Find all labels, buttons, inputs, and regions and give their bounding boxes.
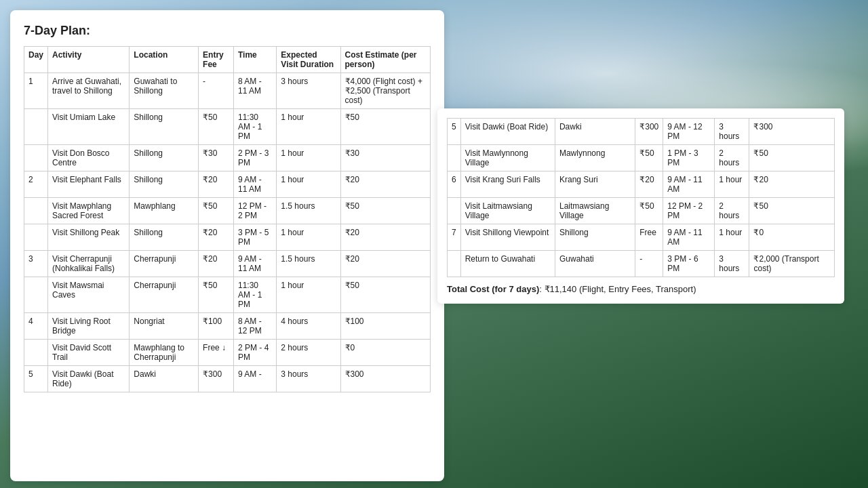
cell-duration: 3 hours: [277, 73, 340, 109]
cell-day: [24, 109, 48, 145]
total-cost-label: Total Cost (for 7 days): [447, 284, 539, 294]
cell-duration: 1 hour: [277, 171, 340, 198]
cell-cost: ₹2,000 (Transport cost): [749, 251, 835, 277]
cell-cost: ₹0: [749, 224, 835, 251]
cell-cost: ₹300: [340, 366, 431, 392]
cell-day: [448, 251, 461, 277]
cell-day: 2: [24, 171, 48, 198]
cell-duration: 1 hour: [277, 224, 340, 251]
col-duration: Expected Visit Duration: [277, 47, 340, 73]
cell-fee: ₹100: [199, 313, 234, 340]
cell-fee: ₹300: [635, 119, 663, 145]
cell-time: 9 AM - 11 AM: [663, 224, 715, 251]
cell-location: Shillong: [130, 109, 199, 145]
cell-fee: ₹20: [199, 251, 234, 277]
col-fee: Entry Fee: [199, 47, 234, 73]
total-cost-value: ₹11,140 (Flight, Entry Fees, Transport): [545, 284, 696, 294]
cell-fee: ₹50: [199, 109, 234, 145]
table-row: 7Visit Shillong ViewpointShillongFree9 A…: [448, 224, 835, 251]
cell-location: Laitmawsiang Village: [555, 198, 635, 224]
cell-fee: ₹30: [199, 145, 234, 171]
cell-location: Nongriat: [130, 313, 199, 340]
cell-cost: ₹50: [749, 145, 835, 171]
table-row: 6Visit Krang Suri FallsKrang Suri₹209 AM…: [448, 171, 835, 198]
main-table: Day Activity Location Entry Fee Time Exp…: [24, 46, 431, 392]
cell-activity: Visit Krang Suri Falls: [460, 171, 555, 198]
cell-location: Dawki: [130, 366, 199, 392]
cell-day: 1: [24, 73, 48, 109]
table-row: 2Visit Elephant FallsShillong₹209 AM - 1…: [24, 171, 431, 198]
cell-time: 9 AM - 11 AM: [233, 251, 276, 277]
cell-fee: ₹50: [199, 198, 234, 224]
cell-activity: Visit Dawki (Boat Ride): [460, 119, 555, 145]
table-row: 5Visit Dawki (Boat Ride)Dawki₹3009 AM -3…: [24, 366, 431, 392]
cell-time: 3 PM - 5 PM: [233, 224, 276, 251]
cell-fee: Free ↓: [199, 340, 234, 366]
cell-activity: Arrive at Guwahati, travel to Shillong: [48, 73, 130, 109]
cell-day: [448, 145, 461, 171]
total-cost: Total Cost (for 7 days): ₹11,140 (Flight…: [447, 284, 835, 294]
cell-duration: 3 hours: [277, 366, 340, 392]
cell-duration: 2 hours: [715, 145, 749, 171]
cell-duration: 4 hours: [277, 313, 340, 340]
cell-activity: Visit Mawphlang Sacred Forest: [48, 198, 130, 224]
cell-duration: 2 hours: [715, 198, 749, 224]
cell-day: 6: [448, 171, 461, 198]
cell-day: [24, 340, 48, 366]
cell-activity: Visit Umiam Lake: [48, 109, 130, 145]
cell-location: Shillong: [555, 224, 635, 251]
table-row: 1Arrive at Guwahati, travel to ShillongG…: [24, 73, 431, 109]
cell-cost: ₹300: [749, 119, 835, 145]
table-row: Visit Don Bosco CentreShillong₹302 PM - …: [24, 145, 431, 171]
cell-activity: Visit David Scott Trail: [48, 340, 130, 366]
col-activity: Activity: [48, 47, 130, 73]
col-time: Time: [233, 47, 276, 73]
cell-cost: ₹30: [340, 145, 431, 171]
cell-location: Shillong: [130, 224, 199, 251]
cell-cost: ₹20: [340, 171, 431, 198]
cell-activity: Visit Laitmawsiang Village: [460, 198, 555, 224]
col-location: Location: [130, 47, 199, 73]
cell-location: Shillong: [130, 171, 199, 198]
cell-time: 11:30 AM - 1 PM: [233, 109, 276, 145]
cell-time: 2 PM - 3 PM: [233, 145, 276, 171]
cell-day: 5: [24, 366, 48, 392]
cell-day: [24, 198, 48, 224]
cell-cost: ₹20: [340, 251, 431, 277]
cell-cost: ₹0: [340, 340, 431, 366]
cell-time: 9 AM -: [233, 366, 276, 392]
cell-fee: ₹300: [199, 366, 234, 392]
cell-cost: ₹4,000 (Flight cost) + ₹2,500 (Transport…: [340, 73, 431, 109]
cell-fee: -: [635, 251, 663, 277]
cell-location: Mawlynnong: [555, 145, 635, 171]
cell-activity: Visit Living Root Bridge: [48, 313, 130, 340]
cell-fee: ₹20: [635, 171, 663, 198]
cell-duration: 1.5 hours: [277, 251, 340, 277]
cell-fee: ₹20: [199, 224, 234, 251]
cell-location: Guwahati to Shillong: [130, 73, 199, 109]
cell-day: 4: [24, 313, 48, 340]
table-row: Visit David Scott TrailMawphlang to Cher…: [24, 340, 431, 366]
cell-location: Guwahati: [555, 251, 635, 277]
cell-duration: 1 hour: [715, 171, 749, 198]
cell-day: [24, 277, 48, 313]
cell-time: 2 PM - 4 PM: [233, 340, 276, 366]
cell-cost: ₹50: [340, 277, 431, 313]
page-title: 7-Day Plan:: [24, 24, 431, 38]
table-row: Visit Mawphlang Sacred ForestMawphlang₹5…: [24, 198, 431, 224]
cell-time: 12 PM - 2 PM: [663, 198, 715, 224]
cell-cost: ₹20: [749, 171, 835, 198]
cell-time: 12 PM - 2 PM: [233, 198, 276, 224]
col-cost: Cost Estimate (per person): [340, 47, 431, 73]
cell-duration: 1 hour: [277, 277, 340, 313]
cell-duration: 1 hour: [277, 145, 340, 171]
cell-location: Krang Suri: [555, 171, 635, 198]
cell-location: Dawki: [555, 119, 635, 145]
cell-activity: Visit Cherrapunji (Nohkalikai Falls): [48, 251, 130, 277]
table-row: Visit Shillong PeakShillong₹203 PM - 5 P…: [24, 224, 431, 251]
cell-cost: ₹50: [749, 198, 835, 224]
cell-duration: 1 hour: [715, 224, 749, 251]
table-row: Visit Laitmawsiang VillageLaitmawsiang V…: [448, 198, 835, 224]
table-row: 4Visit Living Root BridgeNongriat₹1008 A…: [24, 313, 431, 340]
cell-time: 8 AM - 11 AM: [233, 73, 276, 109]
